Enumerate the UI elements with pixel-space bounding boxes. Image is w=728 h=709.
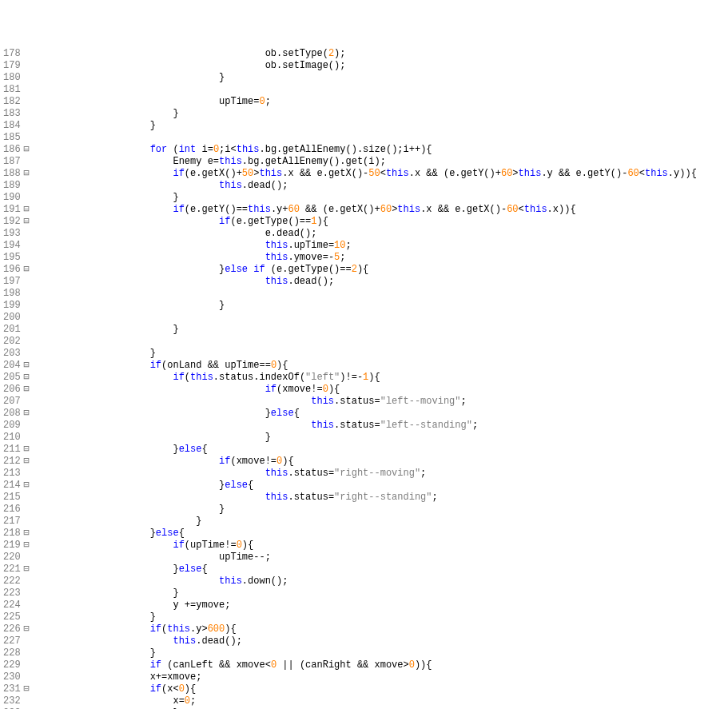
code-line[interactable]: if(e.getType()==1){ <box>35 216 697 228</box>
fold-toggle[interactable]: ⊟ <box>24 408 35 420</box>
code-line[interactable]: if(upTime!=0){ <box>35 540 697 552</box>
code-line[interactable]: } <box>35 588 697 599</box>
code-line[interactable]: if(this.y>600){ <box>35 623 697 635</box>
fold-toggle[interactable]: ⊟ <box>24 168 35 180</box>
fold-empty <box>24 420 35 432</box>
line-number: 220 <box>3 552 21 564</box>
fold-toggle[interactable]: ⊟ <box>24 540 35 552</box>
code-line[interactable]: } <box>35 611 697 623</box>
fold-toggle[interactable]: ⊟ <box>24 144 35 156</box>
code-line[interactable]: if(e.getY()==this.y+60 && (e.getX()+60>t… <box>35 204 697 216</box>
code-line[interactable]: } <box>35 120 697 132</box>
code-line[interactable]: }else{ <box>35 408 697 420</box>
code-line[interactable]: } <box>35 516 697 528</box>
code-line[interactable]: y +=ymove; <box>35 599 697 611</box>
fold-toggle[interactable]: ⊟ <box>24 528 35 540</box>
code-line[interactable]: this.upTime=10; <box>35 240 697 252</box>
code-line[interactable]: this.dead(); <box>35 180 697 192</box>
line-number: 228 <box>3 647 21 659</box>
code-line[interactable]: upTime--; <box>35 552 697 564</box>
fold-empty <box>24 300 35 312</box>
fold-toggle[interactable]: ⊟ <box>24 456 35 468</box>
line-number: 216 <box>3 504 21 516</box>
code-line[interactable]: this.dead(); <box>35 635 697 647</box>
fold-toggle[interactable]: ⊟ <box>24 372 35 384</box>
code-line[interactable]: }else if (e.getType()==2){ <box>35 264 697 276</box>
fold-toggle[interactable]: ⊟ <box>24 384 35 396</box>
fold-gutter[interactable]: ⊟⊟⊟⊟⊟⊟⊟⊟⊟⊟⊟⊟⊟⊟⊟⊟⊟ <box>22 48 35 709</box>
code-line[interactable] <box>35 132 697 144</box>
line-number: 196 <box>3 264 21 276</box>
fold-empty <box>24 336 35 348</box>
line-number: 224 <box>3 599 21 611</box>
code-line[interactable]: } <box>35 647 697 659</box>
code-line[interactable]: x=0; <box>35 695 697 707</box>
code-line[interactable] <box>35 312 697 324</box>
code-line[interactable]: }else{ <box>35 528 697 540</box>
code-line[interactable]: } <box>35 72 697 84</box>
line-number: 197 <box>3 276 21 288</box>
code-line[interactable]: }else{ <box>35 444 697 456</box>
code-line[interactable]: x+=xmove; <box>35 671 697 683</box>
code-line[interactable]: e.dead(); <box>35 228 697 240</box>
code-line[interactable]: if(x<0){ <box>35 683 697 695</box>
fold-toggle[interactable]: ⊟ <box>24 360 35 372</box>
code-line[interactable]: if(onLand && upTime==0){ <box>35 360 697 372</box>
code-line[interactable]: this.ymove=-5; <box>35 252 697 264</box>
code-line[interactable]: this.status="left--moving"; <box>35 396 697 408</box>
code-line[interactable]: } <box>35 348 697 360</box>
fold-toggle[interactable]: ⊟ <box>24 204 35 216</box>
fold-toggle[interactable]: ⊟ <box>24 623 35 635</box>
code-line[interactable]: this.status="right--moving"; <box>35 468 697 480</box>
line-number: 203 <box>3 348 21 360</box>
code-line[interactable]: if (canLeft && xmove<0 || (canRight && x… <box>35 659 697 671</box>
code-line[interactable]: this.status="right--standing"; <box>35 492 697 504</box>
fold-toggle[interactable]: ⊟ <box>24 683 35 695</box>
code-line[interactable]: if(xmove!=0){ <box>35 384 697 396</box>
code-area[interactable]: ob.setType(2); ob.setImage(); } upTime=0… <box>35 48 697 709</box>
fold-toggle[interactable]: ⊟ <box>24 216 35 228</box>
code-line[interactable]: } <box>35 432 697 444</box>
line-number: 185 <box>3 132 21 144</box>
fold-empty <box>24 468 35 480</box>
fold-empty <box>24 492 35 504</box>
line-number: 217 <box>3 516 21 528</box>
code-editor[interactable]: 1781791801811821831841851861871881891901… <box>0 48 728 709</box>
code-line[interactable]: this.dead(); <box>35 276 697 288</box>
code-line[interactable] <box>35 336 697 348</box>
line-number: 218 <box>3 528 21 540</box>
fold-toggle[interactable]: ⊟ <box>24 480 35 492</box>
code-line[interactable]: upTime=0; <box>35 96 697 108</box>
line-number: 184 <box>3 120 21 132</box>
code-line[interactable]: } <box>35 108 697 120</box>
code-line[interactable]: if(xmove!=0){ <box>35 456 697 468</box>
code-line[interactable]: }else{ <box>35 480 697 492</box>
code-line[interactable]: } <box>35 300 697 312</box>
code-line[interactable]: this.status="left--standing"; <box>35 420 697 432</box>
fold-toggle[interactable]: ⊟ <box>24 444 35 456</box>
code-line[interactable]: if(this.status.indexOf("left")!=-1){ <box>35 372 697 384</box>
line-number: 222 <box>3 576 21 588</box>
fold-empty <box>24 84 35 96</box>
code-line[interactable]: Enemy e=this.bg.getAllEnemy().get(i); <box>35 156 697 168</box>
fold-empty <box>24 60 35 72</box>
code-line[interactable]: this.down(); <box>35 576 697 588</box>
code-line[interactable]: } <box>35 504 697 516</box>
line-number: 190 <box>3 192 21 204</box>
fold-empty <box>24 552 35 564</box>
code-line[interactable]: ob.setType(2); <box>35 48 697 60</box>
line-number: 226 <box>3 623 21 635</box>
fold-toggle[interactable]: ⊟ <box>24 264 35 276</box>
code-line[interactable]: }else{ <box>35 564 697 576</box>
code-line[interactable]: if(e.getX()+50>this.x && e.getX()-50<thi… <box>35 168 697 180</box>
code-line[interactable] <box>35 288 697 300</box>
fold-empty <box>24 647 35 659</box>
code-line[interactable] <box>35 84 697 96</box>
fold-toggle[interactable]: ⊟ <box>24 564 35 576</box>
fold-empty <box>24 276 35 288</box>
code-line[interactable]: } <box>35 192 697 204</box>
code-line[interactable]: ob.setImage(); <box>35 60 697 72</box>
code-line[interactable]: } <box>35 324 697 336</box>
code-line[interactable]: for (int i=0;i<this.bg.getAllEnemy().siz… <box>35 144 697 156</box>
fold-empty <box>24 108 35 120</box>
